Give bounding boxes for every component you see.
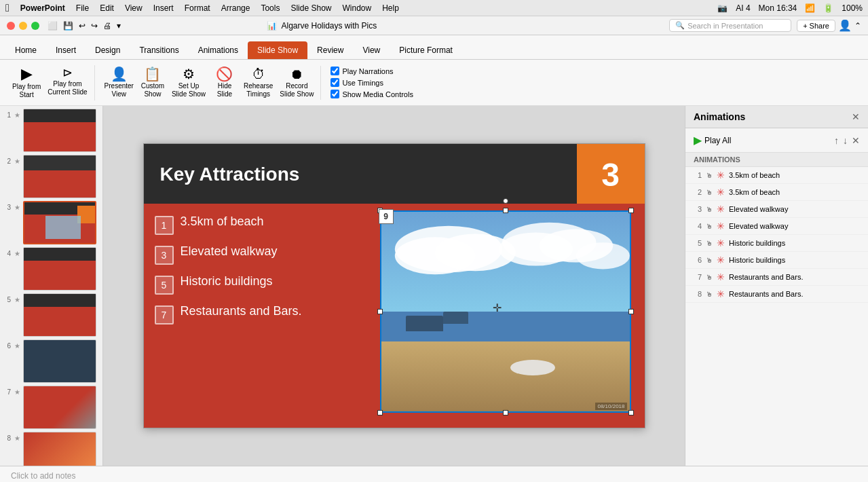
menu-help[interactable]: Help <box>382 3 399 13</box>
menu-tools[interactable]: Tools <box>261 3 280 13</box>
notes-area[interactable]: Click to add notes <box>0 466 868 482</box>
ppt-icon: 📊 <box>267 21 277 31</box>
menu-bar:  PowerPoint File Edit View Insert Forma… <box>0 0 868 16</box>
search-icon: 🔍 <box>675 21 685 30</box>
hide-slide-button[interactable]: 🚫 HideSlide <box>210 66 240 100</box>
anim-item-1[interactable]: 1 🖱 ✳ 3.5km of beach <box>685 167 868 184</box>
slide-main[interactable]: Key Attractions 3 1 3.5km of beach <box>143 143 645 428</box>
minimize-button[interactable] <box>19 22 27 30</box>
title-bar: ⬜ 💾 ↩ ↪ 🖨 ▾ 📊 Algarve Holidays with Pics… <box>0 16 868 35</box>
tab-design[interactable]: Design <box>86 41 130 59</box>
presenter-view-icon: 👤 <box>111 67 128 81</box>
slide-thumb-4[interactable]: 4 ★ <box>3 247 100 291</box>
slide-panel: 1 ★ 2 ★ 3 ★ <box>0 106 103 466</box>
play-from-start-icon: ▶ <box>21 67 33 81</box>
rehearse-timings-button[interactable]: ⏱ RehearseTimings <box>241 66 276 100</box>
tab-transitions[interactable]: Transitions <box>130 41 188 59</box>
anim-item-5[interactable]: 5 🖱 ✳ Historic buildings <box>685 235 868 252</box>
resize-handle-tr[interactable] <box>628 208 634 213</box>
menu-slideshow[interactable]: Slide Show <box>290 3 331 13</box>
rotate-handle[interactable] <box>503 198 508 204</box>
slide-thumb-3[interactable]: 3 ★ <box>3 201 100 244</box>
resize-handle-br[interactable] <box>628 410 634 415</box>
play-all-icon: ▶ <box>694 134 702 147</box>
dropdown-icon[interactable]: ▾ <box>117 21 121 31</box>
presentation-title: 📊 Algarve Holidays with Pics <box>267 21 377 31</box>
traffic-lights <box>7 22 39 30</box>
apple-menu[interactable]:  <box>5 2 10 14</box>
resize-handle-mr[interactable] <box>628 309 634 314</box>
save-icon[interactable]: 💾 <box>63 21 73 31</box>
custom-show-button[interactable]: 📋 CustomShow <box>138 66 168 100</box>
undo-icon[interactable]: ↩ <box>79 21 86 31</box>
search-box[interactable]: 🔍 Search in Presentation <box>669 19 791 32</box>
print-icon[interactable]: 🖨 <box>103 21 111 31</box>
menu-insert[interactable]: Insert <box>153 3 174 13</box>
use-timings-checkbox[interactable]: Use Timings <box>331 78 413 87</box>
menu-file[interactable]: File <box>76 3 89 13</box>
anim-item-6[interactable]: 6 🖱 ✳ Historic buildings <box>685 252 868 269</box>
record-slideshow-button[interactable]: ⏺ RecordSlide Show <box>277 66 316 100</box>
anim-item-4[interactable]: 4 🖱 ✳ Elevated walkway <box>685 218 868 235</box>
collapse-ribbon-icon[interactable]: ⌃ <box>854 21 861 31</box>
anim-item-8[interactable]: 8 🖱 ✳ Restaurants and Bars. <box>685 286 868 303</box>
user-icon[interactable]: 👤 <box>838 19 852 32</box>
resize-handle-bm[interactable] <box>503 410 508 415</box>
tab-view[interactable]: View <box>353 41 390 59</box>
animations-toolbar: ▶ Play All ↑ ↓ ✕ <box>685 128 868 153</box>
slide-image-container[interactable]: 9 <box>380 210 631 413</box>
cursor-icon: ✛ <box>493 301 502 314</box>
maximize-button[interactable] <box>31 22 39 30</box>
animations-panel-close-button[interactable]: ✕ <box>852 111 860 122</box>
slide-canvas: Key Attractions 3 1 3.5km of beach <box>103 106 685 466</box>
close-button[interactable] <box>7 22 15 30</box>
menu-view[interactable]: View <box>125 3 143 13</box>
play-from-current-button[interactable]: ⊳ Play fromCurrent Slide <box>45 65 90 100</box>
tab-home[interactable]: Home <box>5 41 46 59</box>
anim-item-3[interactable]: 3 🖱 ✳ Elevated walkway <box>685 201 868 218</box>
anim-item-2[interactable]: 2 🖱 ✳ 3.5km of beach <box>685 184 868 201</box>
slide-thumb-8[interactable]: 8 ★ <box>3 432 100 466</box>
ribbon-group-play: ▶ Play fromStart ⊳ Play fromCurrent Slid… <box>5 65 95 100</box>
slide-thumb-7[interactable]: 7 ★ <box>3 386 100 429</box>
adobe-icon: AI 4 <box>736 3 750 13</box>
anim-remove-button[interactable]: ✕ <box>852 135 860 146</box>
resize-handle-ml[interactable] <box>377 309 383 314</box>
tab-review[interactable]: Review <box>307 41 353 59</box>
play-narrations-checkbox[interactable]: Play Narrations <box>331 67 413 75</box>
setup-slideshow-button[interactable]: ⚙ Set UpSlide Show <box>169 66 208 100</box>
tab-slideshow[interactable]: Slide Show <box>248 41 307 59</box>
tab-insert[interactable]: Insert <box>46 41 86 59</box>
ribbon: ▶ Play fromStart ⊳ Play fromCurrent Slid… <box>0 60 868 106</box>
show-media-controls-checkbox[interactable]: Show Media Controls <box>331 90 413 98</box>
resize-handle-tm[interactable] <box>503 208 508 213</box>
play-from-current-icon: ⊳ <box>62 67 73 79</box>
anim-item-7[interactable]: 7 🖱 ✳ Restaurants and Bars. <box>685 269 868 286</box>
menu-arrange[interactable]: Arrange <box>221 3 250 13</box>
menu-edit[interactable]: Edit <box>100 3 114 13</box>
bullet-1: 1 3.5km of beach <box>155 215 357 235</box>
slide-thumb-6[interactable]: 6 ★ <box>3 339 100 383</box>
share-button[interactable]: + Share <box>797 20 835 32</box>
play-all-button[interactable]: ▶ Play All <box>694 134 731 147</box>
menu-format[interactable]: Format <box>185 3 210 13</box>
sidebar-toggle-icon[interactable]: ⬜ <box>48 21 58 31</box>
presenter-view-button[interactable]: 👤 PresenterView <box>102 66 136 100</box>
slide-thumb-5[interactable]: 5 ★ <box>3 293 100 337</box>
ribbon-group-options: Play Narrations Use Timings Show Media C… <box>324 64 420 101</box>
redo-icon[interactable]: ↪ <box>91 21 98 31</box>
play-from-start-button[interactable]: ▶ Play fromStart <box>10 65 43 100</box>
animations-list: 1 🖱 ✳ 3.5km of beach 2 🖱 ✳ 3.5km of beac… <box>685 167 868 466</box>
battery-icon: 🔋 <box>823 3 833 13</box>
slide-title: Key Attractions <box>144 144 577 205</box>
slide-thumb-1[interactable]: 1 ★ <box>3 109 100 152</box>
resize-handle-bl[interactable] <box>377 410 383 415</box>
slide-thumb-2[interactable]: 2 ★ <box>3 155 100 198</box>
tab-picture-format[interactable]: Picture Format <box>390 41 462 59</box>
clock-icon: Mon 16:34 <box>759 3 797 13</box>
setup-slideshow-icon: ⚙ <box>183 67 195 81</box>
anim-up-button[interactable]: ↑ <box>834 135 839 146</box>
tab-animations[interactable]: Animations <box>189 41 248 59</box>
menu-window[interactable]: Window <box>342 3 371 13</box>
anim-down-button[interactable]: ↓ <box>843 135 848 146</box>
